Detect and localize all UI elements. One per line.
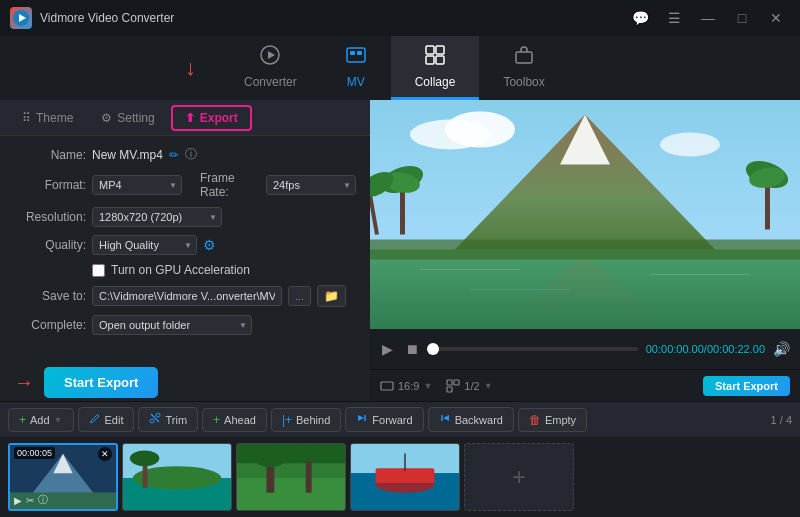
save-path-input[interactable] — [92, 286, 282, 306]
chat-button[interactable]: 💬 — [626, 8, 654, 28]
edit-button[interactable]: Edit — [78, 407, 135, 432]
title-bar-controls: 💬 ☰ — □ ✕ — [626, 8, 790, 28]
main-content: ⠿ Theme ⚙ Setting ⬆ Export Name: New MV.… — [0, 100, 800, 401]
play-button[interactable]: ▶ — [380, 339, 395, 359]
preview-area — [370, 100, 800, 329]
sub-tabs: ⠿ Theme ⚙ Setting ⬆ Export — [0, 100, 370, 136]
export-label: Export — [200, 111, 238, 125]
filmstrip-item-1[interactable]: 00:00:05 ✕ ▶ ✂ ⓘ — [8, 443, 118, 511]
ahead-button[interactable]: + Ahead — [202, 408, 267, 432]
sub-tab-setting[interactable]: ⚙ Setting — [89, 107, 166, 129]
complete-row: Complete: Open output folder Do nothing — [14, 315, 356, 335]
export-form: Name: New MV.mp4 ✏ ⓘ Format: MP4 MOV AVI… — [0, 136, 370, 353]
export-small-button[interactable]: Start Export — [703, 376, 790, 396]
format-select-wrapper: MP4 MOV AVI — [92, 175, 182, 195]
svg-point-14 — [445, 112, 515, 148]
svg-rect-10 — [436, 56, 444, 64]
sub-tab-theme[interactable]: ⠿ Theme — [10, 107, 85, 129]
behind-icon: |+ — [282, 413, 292, 427]
video-controls-row2: 16:9 ▼ 1/2 ▼ Start Export — [370, 369, 800, 401]
maximize-button[interactable]: □ — [728, 8, 756, 28]
edit-name-icon[interactable]: ✏ — [169, 148, 179, 162]
save-to-label: Save to: — [14, 289, 86, 303]
empty-icon: 🗑 — [529, 413, 541, 427]
resolution-select[interactable]: 1280x720 (720p) 1920x1080 (1080p) — [92, 207, 222, 227]
page-indicator: 1 / 4 — [771, 414, 792, 426]
tab-converter[interactable]: Converter — [220, 36, 321, 100]
ahead-label: Ahead — [224, 414, 256, 426]
info-icon[interactable]: ⓘ — [185, 146, 197, 163]
trim-button[interactable]: Trim — [138, 407, 198, 432]
ratio-select[interactable]: 16:9 ▼ — [380, 379, 432, 393]
quality-select[interactable]: High Quality Medium Quality — [92, 235, 197, 255]
quality-settings-icon[interactable]: ⚙ — [203, 237, 216, 253]
stop-button[interactable]: ⏹ — [403, 339, 421, 359]
film-cut-1[interactable]: ✂ — [26, 495, 34, 506]
filmstrip: 00:00:05 ✕ ▶ ✂ ⓘ — [0, 437, 800, 517]
count-label: 1/2 — [464, 380, 479, 392]
folder-button[interactable]: 📁 — [317, 285, 346, 307]
close-button[interactable]: ✕ — [762, 8, 790, 28]
collage-icon — [424, 44, 446, 71]
toolbox-icon — [513, 44, 535, 71]
menu-button[interactable]: ☰ — [660, 8, 688, 28]
tab-mv[interactable]: MV — [321, 36, 391, 100]
film-play-1[interactable]: ▶ — [14, 495, 22, 506]
backward-icon — [439, 412, 451, 427]
ratio-label: 16:9 — [398, 380, 419, 392]
format-select[interactable]: MP4 MOV AVI — [92, 175, 182, 195]
forward-icon — [356, 412, 368, 427]
tab-collage[interactable]: Collage — [391, 36, 480, 100]
toolbox-label: Toolbox — [503, 75, 544, 89]
film-info-1[interactable]: ⓘ — [38, 493, 48, 507]
filmstrip-item-4[interactable] — [350, 443, 460, 511]
volume-icon[interactable]: 🔊 — [773, 341, 790, 357]
count-select[interactable]: 1/2 ▼ — [446, 379, 492, 393]
forward-button[interactable]: Forward — [345, 407, 423, 432]
framerate-select[interactable]: 24fps 30fps 60fps — [266, 175, 356, 195]
film-controls-1: ▶ ✂ ⓘ — [14, 493, 112, 507]
behind-button[interactable]: |+ Behind — [271, 408, 341, 432]
empty-button[interactable]: 🗑 Empty — [518, 408, 587, 432]
app-title: Vidmore Video Converter — [40, 11, 174, 25]
start-export-arrow: → — [14, 371, 34, 394]
filmstrip-item-3[interactable] — [236, 443, 346, 511]
svg-rect-9 — [426, 56, 434, 64]
svg-point-55 — [253, 444, 288, 467]
tab-toolbox[interactable]: Toolbox — [479, 36, 568, 100]
svg-rect-32 — [381, 382, 393, 390]
ratio-icon — [380, 379, 394, 393]
browse-dots-button[interactable]: ... — [288, 286, 311, 306]
svg-rect-35 — [447, 387, 452, 392]
svg-rect-11 — [516, 52, 532, 63]
minimize-button[interactable]: — — [694, 8, 722, 28]
film-time-1: 00:00:05 — [14, 447, 55, 459]
edit-label: Edit — [105, 414, 124, 426]
progress-bar[interactable] — [429, 347, 638, 351]
svg-point-49 — [130, 450, 159, 466]
name-value: New MV.mp4 — [92, 148, 163, 162]
progress-dot[interactable] — [427, 343, 439, 355]
sub-tab-export[interactable]: ⬆ Export — [171, 105, 252, 131]
gpu-checkbox[interactable] — [92, 264, 105, 277]
complete-select[interactable]: Open output folder Do nothing — [92, 315, 252, 335]
film-close-1[interactable]: ✕ — [98, 447, 112, 461]
svg-rect-4 — [347, 48, 365, 62]
add-button[interactable]: + Add ▼ — [8, 408, 74, 432]
title-bar-left: Vidmore Video Converter — [10, 7, 174, 29]
behind-label: Behind — [296, 414, 330, 426]
svg-point-38 — [156, 413, 160, 417]
film-overlay-top-1: 00:00:05 ✕ — [14, 447, 112, 461]
gpu-label: Turn on GPU Acceleration — [111, 263, 250, 277]
svg-rect-5 — [350, 51, 355, 55]
count-icon — [446, 379, 460, 393]
start-export-button[interactable]: Start Export — [44, 367, 158, 398]
filmstrip-item-2[interactable] — [122, 443, 232, 511]
svg-line-36 — [151, 414, 159, 422]
backward-button[interactable]: Backward — [428, 407, 514, 432]
add-dropdown-icon: ▼ — [54, 415, 63, 425]
filmstrip-add[interactable]: + — [464, 443, 574, 511]
theme-label: Theme — [36, 111, 73, 125]
start-export-area: → Start Export — [0, 353, 370, 412]
svg-point-37 — [150, 419, 154, 423]
